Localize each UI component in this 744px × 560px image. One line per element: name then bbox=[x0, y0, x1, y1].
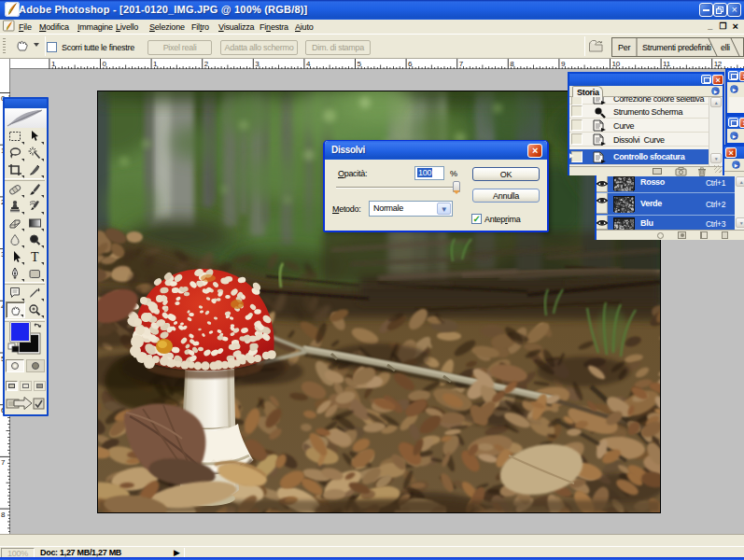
svg-text:9: 9 bbox=[561, 60, 566, 68]
svg-text:Per: Per bbox=[618, 43, 630, 52]
svg-text:3: 3 bbox=[255, 60, 260, 68]
svg-text:elli: elli bbox=[721, 43, 730, 52]
svg-text:7: 7 bbox=[1, 458, 6, 467]
svg-text:0: 0 bbox=[103, 60, 107, 68]
svg-text:4: 4 bbox=[306, 60, 311, 68]
svg-text:7: 7 bbox=[459, 60, 464, 68]
svg-text:5: 5 bbox=[358, 60, 362, 68]
svg-text:8: 8 bbox=[510, 60, 514, 68]
svg-text:T: T bbox=[31, 250, 39, 263]
svg-text:1: 1 bbox=[51, 60, 56, 68]
svg-text:1: 1 bbox=[153, 60, 158, 68]
svg-text:11: 11 bbox=[663, 60, 671, 68]
svg-text:6: 6 bbox=[408, 60, 413, 68]
svg-text:2: 2 bbox=[204, 60, 209, 68]
svg-text:Strumenti predefiniti: Strumenti predefiniti bbox=[642, 43, 711, 52]
svg-text:8: 8 bbox=[1, 511, 6, 519]
